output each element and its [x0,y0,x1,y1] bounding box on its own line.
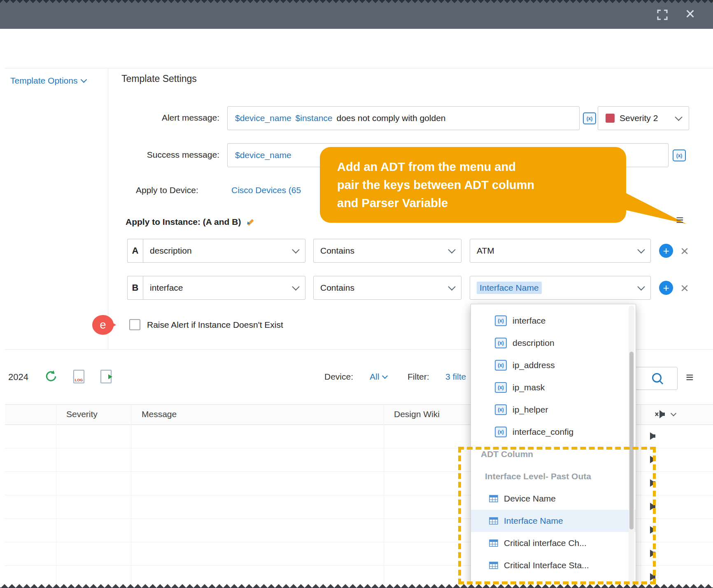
severity-color-swatch [606,114,615,123]
menu-item-label: description [513,338,555,348]
chevron-down-icon [382,373,388,378]
condition-value-select[interactable]: ATM [470,239,651,263]
menu-item-parser-variable[interactable]: (x) ip_address [471,354,636,376]
date-range-text: 2024 [8,372,28,383]
condition-field-value: interface [150,283,183,293]
mute-speaker-icon [654,409,666,420]
column-header-design-wiki: Design Wiki [394,409,440,419]
menu-item-label: Device Name [504,494,556,504]
menu-section-adt-column: ADT Column [471,443,636,465]
apply-to-instance-row: Apply to Instance: (A and B) [126,217,255,227]
menu-item-label: ip_helper [513,405,548,415]
annotation-letter: e [100,319,106,331]
scrollbar-thumb[interactable] [629,352,634,530]
menu-item-adt-column[interactable]: Critical Interface Sta... [471,554,636,576]
filter-label: Filter: [408,372,429,382]
export-arrow [108,374,115,379]
condition-operator-select[interactable]: Contains [313,239,461,263]
add-condition-button[interactable]: + [659,281,673,295]
callout-text-line: Add an ADT from the menu and [337,158,609,176]
menu-group-interface-level: Interface Level- Past Outa [471,465,636,488]
parser-variable-icon: (x) [495,338,507,348]
instance-menu-icon[interactable]: ≡ [676,212,684,228]
raise-alert-checkbox[interactable] [129,319,140,330]
condition-field-select[interactable]: interface [143,276,305,300]
template-settings-heading: Template Settings [121,73,197,84]
chevron-down-icon [448,246,455,253]
condition-operator-select[interactable]: Contains [313,276,461,300]
mute-column-control[interactable] [654,409,676,420]
dialog-titlebar: × [0,0,713,29]
refresh-icon[interactable] [44,370,58,383]
log-icon-label: LOG [74,378,84,382]
annotation-e-marker: e [92,315,114,335]
menu-item-label: ip_address [513,360,555,370]
scrollbar[interactable] [629,306,634,586]
menu-item-parser-variable[interactable]: (x) ip_mask [471,376,636,399]
speaker-icon[interactable] [646,572,656,581]
torn-edge-left [0,0,5,588]
menu-item-label: interface [513,316,546,326]
log-icon[interactable]: LOG [73,370,84,383]
menu-item-adt-column[interactable]: Critical interface Ch... [471,532,636,554]
parser-variable-icon: (x) [495,427,507,437]
condition-operator-value: Contains [320,283,354,293]
template-options-menu[interactable]: Template Options [10,76,86,86]
table-menu-icon[interactable]: ≡ [686,370,694,385]
export-icon[interactable] [100,370,112,383]
menu-item-label: Interface Name [504,516,563,526]
variable-adt-dropdown: (x) interface (x) description (x) ip_add… [471,304,636,588]
speaker-icon[interactable] [646,432,656,441]
parser-variable-icon: (x) [495,315,507,326]
remove-condition-button[interactable]: × [680,281,689,295]
filter-link[interactable]: 3 filte [445,372,466,382]
fullscreen-icon[interactable] [656,9,669,21]
template-options-label: Template Options [10,76,77,86]
menu-item-adt-column-selected[interactable]: Interface Name [471,510,636,532]
condition-field-select[interactable]: description [143,239,305,263]
close-icon[interactable]: × [685,5,695,23]
device-filter-select[interactable]: All [370,372,387,382]
column-header-message: Message [142,409,177,419]
speaker-icon[interactable] [646,455,656,464]
menu-item-parser-variable[interactable]: (x) interface_config [471,421,636,443]
edit-icon[interactable] [246,217,255,226]
speaker-icon[interactable] [646,478,656,488]
success-message-label: Success message: [74,150,219,160]
menu-item-label: ip_mask [513,383,545,392]
torn-edge-top [0,0,713,4]
chevron-down-icon [292,283,299,290]
remove-condition-button[interactable]: × [680,244,689,258]
add-condition-button[interactable]: + [659,244,673,258]
panel-divider-top [5,68,713,68]
speaker-icon[interactable] [646,525,656,534]
panel-divider-left [108,68,108,349]
menu-item-parser-variable[interactable]: (x) description [471,332,636,354]
condition-letter: A [127,239,143,263]
raise-alert-label: Raise Alert if Instance Doesn't Exist [147,320,283,330]
apply-to-device-label: Apply to Device: [136,185,198,195]
callout-text-line: pair the keys between ADT column [337,176,609,194]
parser-variable-icon: (x) [495,404,507,415]
severity-select[interactable]: Severity 2 [598,106,689,130]
alert-message-label: Alert message: [74,113,219,123]
menu-item-adt-column[interactable]: Device Name [471,488,636,510]
chevron-down-icon [637,283,645,290]
speaker-icon[interactable] [646,502,656,511]
device-filter-value: All [370,372,379,382]
insert-variable-icon[interactable]: (x) [583,112,596,124]
alert-message-input[interactable]: $device_name $instance does not comply w… [227,106,580,130]
torn-edge-bottom [0,583,713,588]
parser-variable-token: $device_name [235,113,291,123]
severity-value: Severity 2 [620,113,658,123]
device-filter-label: Device: [324,372,353,382]
menu-item-parser-variable[interactable]: (x) ip_helper [471,399,636,421]
speaker-icon[interactable] [646,549,656,558]
insert-variable-icon[interactable]: (x) [673,149,686,161]
chevron-down-icon [81,77,87,83]
menu-item-parser-variable[interactable]: (x) interface [471,310,636,332]
table-column-icon [489,517,498,525]
apply-to-device-link[interactable]: Cisco Devices (65 [231,185,301,195]
raise-alert-row: Raise Alert if Instance Doesn't Exist [129,319,283,330]
condition-value-select[interactable]: Interface Name [470,276,651,300]
